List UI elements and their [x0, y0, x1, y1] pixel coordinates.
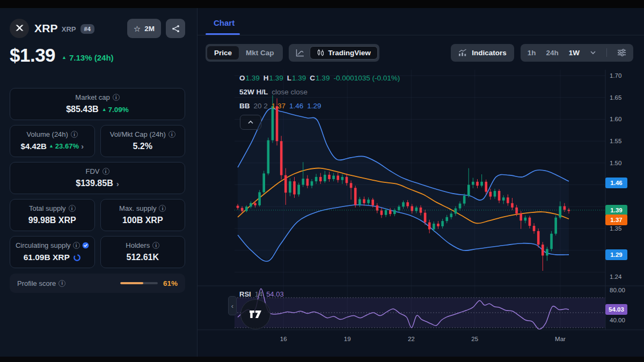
market-cap-label: Market cap [75, 93, 109, 101]
vol-mktcap-label: Vol/Mkt Cap (24h) [110, 130, 166, 138]
time-axis-label: 19 [344, 336, 351, 342]
toolbar-divider [606, 48, 607, 57]
app-window: XRP XRP #4 ☆ 2M [0, 0, 644, 362]
time-axis-label: 22 [408, 336, 415, 342]
max-supply-label: Max. supply [119, 204, 156, 212]
collapse-legend-button[interactable] [240, 115, 261, 130]
price-axis-label: 1.65 [610, 93, 621, 102]
time-axis-label: 16 [280, 336, 287, 342]
price-axis-badge: 1.37 [605, 215, 627, 225]
volume-label: Volume (24h) [27, 130, 68, 138]
indicators-icon [458, 49, 467, 56]
info-icon[interactable]: i [169, 131, 175, 138]
price-axis-label: 1.60 [610, 115, 621, 123]
info-icon[interactable]: i [58, 280, 65, 287]
indicators-button[interactable]: Indicators [451, 44, 514, 62]
info-icon[interactable]: i [152, 242, 159, 249]
tab-bar: Chart [197, 8, 644, 35]
candlestick-icon [317, 49, 325, 57]
info-icon[interactable]: i [69, 205, 76, 212]
max-supply-card: Max. supplyi 100B XRP [100, 199, 186, 231]
market-cap-change: 7.09% [108, 106, 129, 114]
indicators-label: Indicators [472, 49, 507, 57]
tradingview-label: TradingView [328, 49, 371, 57]
timeframe-1h[interactable]: 1h [528, 49, 536, 57]
info-icon[interactable]: i [73, 242, 80, 249]
profile-score-row: Profile scorei 61% [10, 274, 185, 293]
price-axis-label: 1.24 [610, 272, 621, 281]
coin-ticker: XRP [62, 25, 76, 33]
chart-toolbar: Price Mkt Cap TradingView [197, 35, 644, 70]
info-icon[interactable]: i [71, 131, 78, 138]
timeframe-24h[interactable]: 24h [546, 49, 558, 57]
price-axis-label: 1.35 [610, 224, 621, 233]
holders-value: 512.61K [127, 253, 159, 262]
chevron-right-icon: › [81, 142, 84, 150]
chevron-right-icon: › [116, 180, 119, 188]
vol-mktcap-value: 5.2% [133, 142, 152, 151]
watchlist-button[interactable]: ☆ 2M [127, 19, 161, 38]
tradingview-watermark[interactable] [240, 299, 270, 329]
toggle-mktcap[interactable]: Mkt Cap [239, 46, 281, 60]
share-button[interactable] [166, 19, 185, 38]
supply-progress-ring-icon [73, 254, 81, 262]
pane-collapse-tab[interactable]: ‹ [228, 296, 237, 315]
share-icon [172, 25, 180, 33]
info-icon[interactable]: i [159, 205, 166, 212]
holders-card: Holdersi 512.61K [100, 236, 186, 268]
coin-name: XRP [34, 22, 58, 35]
bottom-black-bar [0, 357, 644, 362]
price-axis-label: 1.70 [610, 71, 621, 80]
timeframe-dropdown[interactable] [590, 50, 596, 55]
chart-panel: Chart Price Mkt Cap [197, 8, 644, 357]
verified-check-icon [82, 242, 89, 249]
line-chart-icon [296, 49, 304, 57]
triangle-up-icon: ▲ [49, 144, 54, 149]
coin-sidebar: XRP XRP #4 ☆ 2M [0, 8, 197, 357]
triangle-up-icon: ▲ [62, 55, 67, 60]
info-icon[interactable]: i [113, 94, 120, 101]
current-price: $1.39 [10, 46, 55, 64]
price-axis-badge: 54.03 [605, 304, 627, 315]
chart-area: O1.39 H1.39 L1.39 C1.39 -0.0001035 (-0.0… [197, 70, 644, 357]
profile-score-label: Profile score [17, 279, 56, 287]
chart-type-toggle: TradingView [289, 44, 379, 62]
chevron-up-icon [247, 120, 254, 124]
circulating-supply-card: Circulating supplyi 61.09B XRP [10, 236, 95, 268]
tab-chart[interactable]: Chart [214, 18, 235, 27]
volume-card[interactable]: Volume (24h)i $4.42B ▲23.67% › [10, 125, 95, 157]
price-axis-label: 80.00 [610, 286, 625, 294]
timeframe-1w[interactable]: 1W [569, 49, 580, 57]
fdv-card[interactable]: FDVi $139.85B› [10, 162, 185, 194]
price-header: $1.39 ▲ 7.13% (24h) [10, 46, 185, 64]
total-supply-card: Total supplyi 99.98B XRP [10, 199, 95, 231]
holders-label: Holders [126, 241, 150, 249]
active-tab-underline [206, 33, 240, 35]
tradingview-toggle[interactable]: TradingView [310, 46, 378, 60]
price-axis-badge: 1.29 [605, 249, 627, 260]
volume-value: $4.42B [21, 142, 47, 151]
vol-mktcap-card: Vol/Mkt Cap (24h)i 5.2% [100, 125, 186, 157]
price-axis-label: 40.00 [610, 316, 625, 324]
market-cap-card: Market capi $85.43B ▲7.09% [10, 88, 185, 120]
timeframe-selector: 1h 24h 1W [521, 44, 633, 62]
triangle-up-icon: ▲ [102, 107, 107, 112]
profile-score-bar [120, 282, 158, 284]
coin-header: XRP XRP #4 ☆ 2M [10, 19, 185, 38]
coin-rank-badge: #4 [80, 24, 94, 34]
price-axis-badge: 1.46 [605, 178, 627, 188]
info-icon[interactable]: i [103, 168, 109, 175]
market-cap-value: $85.43B [66, 105, 99, 114]
profile-score-value: 61% [163, 279, 178, 287]
tradingview-logo-icon [248, 308, 262, 320]
time-axis-label: Mar [555, 336, 566, 342]
watchers-count: 2M [144, 25, 155, 33]
toggle-price[interactable]: Price [207, 46, 239, 60]
time-axis-label: 25 [471, 336, 478, 342]
price-axis-badge: 1.39 [605, 205, 627, 216]
max-supply-value: 100B XRP [122, 216, 163, 225]
line-chart-toggle[interactable] [290, 46, 310, 60]
chart-settings-button[interactable] [617, 49, 626, 56]
circulating-supply-label: Circulating supply [16, 241, 71, 249]
volume-change: 23.67% [55, 142, 79, 150]
